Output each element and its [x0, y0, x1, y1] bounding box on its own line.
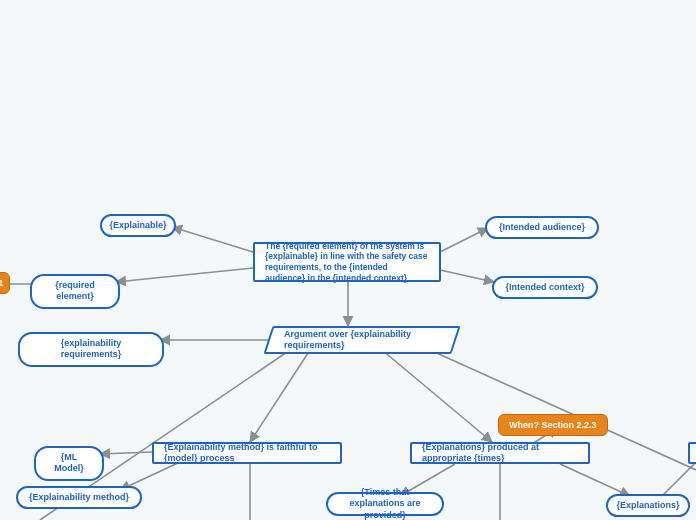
svg-line-10 [100, 452, 152, 454]
svg-line-15 [560, 464, 630, 496]
node-produced-times[interactable]: {Explanations} produced at appropriate {… [410, 442, 590, 464]
svg-line-2 [440, 228, 488, 252]
node-intended-audience[interactable]: {Intended audience} [485, 216, 599, 239]
svg-line-0 [172, 227, 253, 252]
annotation-when: When? Section 2.2.3 [498, 414, 608, 436]
annotation-left: 1 [0, 272, 10, 294]
svg-line-3 [440, 270, 494, 282]
node-required-element[interactable]: {required element} [30, 274, 120, 309]
node-top-claim[interactable]: The {required element} of the system is … [253, 242, 441, 282]
node-right-clipped[interactable] [688, 442, 696, 464]
svg-line-1 [116, 268, 253, 282]
node-explanations[interactable]: {Explanations} [606, 494, 690, 517]
node-explainability-method[interactable]: {Explainability method} [16, 486, 142, 509]
node-argument-label: Argument over {explainability requiremen… [268, 326, 456, 354]
svg-line-17 [660, 462, 696, 498]
node-times-provided[interactable]: {Times that explanations are provided} [326, 492, 444, 516]
node-ml-model[interactable]: {ML Model} [34, 446, 104, 481]
node-faithful[interactable]: {Explainability method} is faithful to {… [152, 442, 342, 464]
node-argument[interactable]: Argument over {explainability requiremen… [268, 326, 456, 354]
svg-line-6 [250, 350, 310, 442]
node-intended-context[interactable]: {Intended context} [492, 276, 598, 299]
diagram-canvas[interactable]: { "nodes": { "explainable": "{Explainabl… [0, 0, 696, 520]
svg-line-7 [382, 350, 492, 442]
node-explainability-requirements[interactable]: {explainability requirements} [18, 332, 164, 367]
node-explainable[interactable]: {Explainable} [100, 214, 176, 237]
